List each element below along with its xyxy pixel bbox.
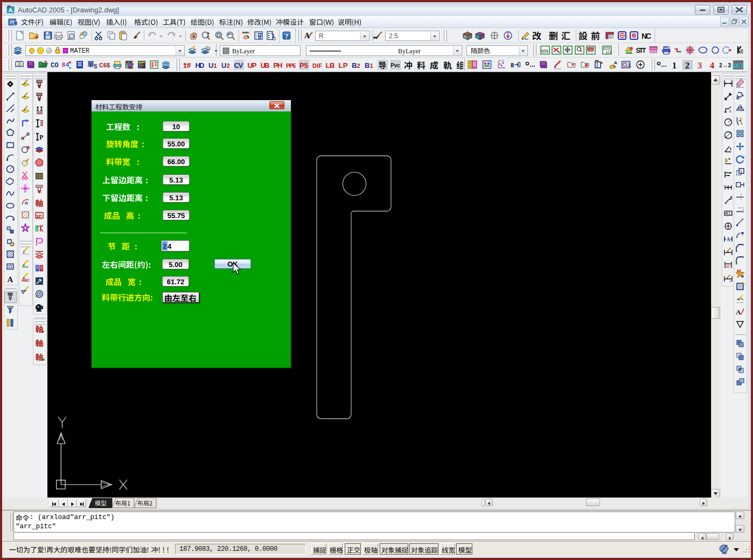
svg-text:B: B bbox=[352, 61, 357, 69]
svg-text:STT: STT bbox=[636, 47, 646, 54]
svg-text:SET: SET bbox=[733, 62, 744, 69]
svg-text:CO: CO bbox=[51, 62, 58, 69]
svg-text:U: U bbox=[208, 61, 213, 69]
svg-text:.1: .1 bbox=[730, 212, 733, 215]
svg-text:2: 2 bbox=[357, 62, 360, 69]
svg-text:2→3: 2→3 bbox=[720, 62, 731, 68]
svg-text:SP: SP bbox=[36, 214, 42, 219]
svg-text:PP5: PP5 bbox=[286, 62, 296, 69]
svg-text:A: A bbox=[614, 60, 617, 65]
svg-text:1: 1 bbox=[213, 62, 217, 69]
svg-text:HD: HD bbox=[195, 61, 204, 69]
svg-text:8: 8 bbox=[511, 62, 514, 68]
svg-text:2: 2 bbox=[227, 62, 230, 69]
svg-text:DIF: DIF bbox=[312, 62, 322, 69]
svg-text:B: B bbox=[365, 61, 369, 69]
svg-text:R: R bbox=[25, 201, 28, 206]
svg-text:Pvc: Pvc bbox=[391, 62, 400, 68]
svg-text:S: S bbox=[94, 64, 97, 69]
svg-text:A: A bbox=[8, 275, 13, 284]
svg-text:PH: PH bbox=[273, 61, 282, 69]
svg-text:P: P bbox=[39, 134, 43, 141]
svg-text:8: 8 bbox=[62, 61, 65, 68]
svg-text:A: A bbox=[726, 236, 730, 242]
svg-text:1#: 1# bbox=[183, 61, 191, 69]
svg-text:x: x bbox=[729, 109, 731, 113]
svg-text:CV: CV bbox=[234, 61, 243, 69]
svg-text:LP: LP bbox=[338, 61, 347, 69]
svg-text:C6$: C6$ bbox=[99, 62, 110, 68]
svg-text:UP: UP bbox=[247, 61, 256, 69]
svg-text:4: 4 bbox=[709, 60, 714, 71]
svg-text:A: A bbox=[736, 308, 741, 316]
svg-text:U: U bbox=[221, 61, 226, 69]
svg-text:UB: UB bbox=[260, 61, 269, 69]
svg-text:1: 1 bbox=[672, 60, 677, 71]
svg-text:3: 3 bbox=[697, 60, 702, 71]
svg-text:4: 4 bbox=[66, 61, 69, 68]
svg-text:A: A bbox=[730, 195, 733, 199]
svg-text:LB: LB bbox=[325, 61, 334, 69]
svg-text:ABC: ABC bbox=[22, 278, 30, 282]
svg-text:?: ? bbox=[284, 32, 288, 40]
svg-text:2: 2 bbox=[685, 60, 689, 71]
svg-text:1: 1 bbox=[370, 62, 373, 69]
svg-text:NC: NC bbox=[642, 32, 651, 40]
svg-text:P5: P5 bbox=[299, 61, 308, 69]
svg-text:P X: P X bbox=[499, 59, 504, 62]
svg-text:123: 123 bbox=[605, 50, 611, 54]
svg-text:.1: .1 bbox=[627, 62, 631, 68]
